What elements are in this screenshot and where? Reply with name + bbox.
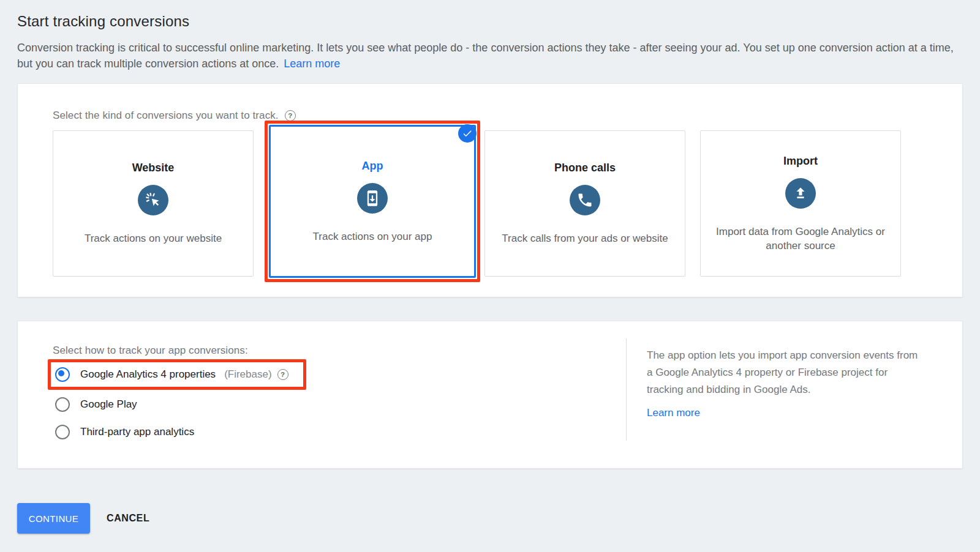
info-learn-more-link[interactable]: Learn more [647,407,700,419]
option-title-import: Import [783,155,818,168]
annotation-box-ga4: Google Analytics 4 properties(Firebase) … [48,359,306,390]
intro-text: Conversion tracking is critical to succe… [17,42,954,70]
conversion-kind-card: Select the kind of conversions you want … [17,83,963,297]
option-title-website: Website [132,162,175,174]
radio-option-google-play[interactable]: Google Play [55,397,306,412]
option-card-app[interactable]: App Track actions on your app [269,125,476,278]
option-desc-phone-calls: Track calls from your ads or website [502,231,668,245]
kind-help-icon[interactable]: ? [285,110,296,121]
radio-group-app-tracking: Google Analytics 4 properties(Firebase) … [48,359,306,439]
app-section-label-row: Select how to track your app conversions… [53,345,248,357]
footer-actions: CONTINUE CANCEL [17,503,152,534]
phone-download-icon [357,183,388,214]
option-card-import[interactable]: Import Import data from Google Analytics… [700,130,901,277]
conversion-setup-page: Start tracking conversions Conversion tr… [0,0,980,469]
option-card-website[interactable]: Website Track actions on your website [53,130,254,277]
radio-label-ga4: Google Analytics 4 properties [80,368,216,381]
ga4-help-icon[interactable]: ? [277,369,288,380]
cursor-click-icon [138,185,168,215]
selected-check-icon [458,124,477,143]
option-title-phone-calls: Phone calls [554,162,616,174]
radio-button-third-party[interactable] [55,425,70,439]
option-desc-app: Track actions on your app [313,229,432,244]
option-desc-website: Track actions on your website [85,231,222,245]
radio-suffix-firebase: (Firebase) [224,368,271,381]
option-title-app: App [362,160,383,173]
annotation-box-app: App Track actions on your app [265,121,480,282]
kind-section-label: Select the kind of conversions you want … [53,110,279,122]
info-panel-text: The app option lets you import app conve… [647,347,921,398]
intro-learn-more-link[interactable]: Learn more [284,58,340,70]
upload-icon [785,178,816,209]
option-card-phone-calls[interactable]: Phone calls Track calls from your ads or… [484,130,685,277]
radio-label-google-play: Google Play [80,398,137,411]
radio-option-ga4[interactable]: Google Analytics 4 properties(Firebase) … [55,367,288,382]
cancel-button[interactable]: CANCEL [104,509,152,528]
radio-option-third-party[interactable]: Third-party app analytics [55,425,306,439]
radio-label-third-party: Third-party app analytics [80,426,194,438]
intro-paragraph: Conversion tracking is critical to succe… [17,40,954,72]
page-title: Start tracking conversions [17,0,963,30]
option-desc-import: Import data from Google Analytics or ano… [706,225,895,253]
app-section-label: Select how to track your app conversions… [53,345,248,357]
info-panel: The app option lets you import app conve… [647,347,921,419]
radio-button-ga4-selected[interactable] [55,367,70,382]
phone-call-icon [570,185,600,215]
continue-button[interactable]: CONTINUE [17,503,90,534]
kind-section-label-row: Select the kind of conversions you want … [53,110,296,122]
vertical-divider [626,338,627,441]
app-tracking-card: Select how to track your app conversions… [17,321,963,469]
radio-button-google-play[interactable] [55,397,70,412]
